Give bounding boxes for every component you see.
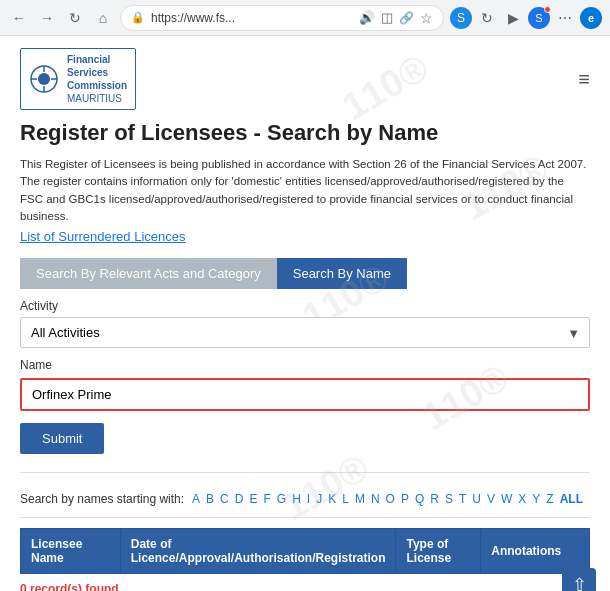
activity-select-wrapper: All Activities ▼ — [20, 317, 590, 348]
translate-icon: 🔗 — [399, 11, 414, 25]
alpha-B[interactable]: B — [204, 491, 216, 507]
edge-icon: e — [580, 7, 602, 29]
alphabet-row: Search by names starting with: A B C D E… — [20, 491, 590, 507]
hamburger-menu[interactable]: ≡ — [578, 68, 590, 91]
alpha-N[interactable]: N — [369, 491, 382, 507]
alpha-W[interactable]: W — [499, 491, 514, 507]
col-date: Date of Licence/Approval/Authorisation/R… — [120, 529, 396, 574]
surrendered-licences-link[interactable]: List of Surrendered Licences — [20, 229, 185, 244]
star-icon[interactable]: ☆ — [420, 10, 433, 26]
more-menu-button[interactable]: ⋯ — [554, 7, 576, 29]
user-avatar[interactable]: S — [528, 7, 550, 29]
alpha-H[interactable]: H — [290, 491, 303, 507]
alpha-A[interactable]: A — [190, 491, 202, 507]
tab-relevant-acts[interactable]: Search By Relevant Acts and Category — [20, 258, 277, 289]
fsc-logo-icon — [29, 64, 59, 94]
activity-select[interactable]: All Activities — [20, 317, 590, 348]
alpha-M[interactable]: M — [353, 491, 367, 507]
divider-2 — [20, 517, 590, 518]
alpha-C[interactable]: C — [218, 491, 231, 507]
alpha-O[interactable]: O — [384, 491, 397, 507]
alpha-Y[interactable]: Y — [530, 491, 542, 507]
name-input[interactable] — [20, 378, 590, 411]
forward-button[interactable]: → — [36, 7, 58, 29]
alpha-I[interactable]: I — [305, 491, 312, 507]
alpha-G[interactable]: G — [275, 491, 288, 507]
split-screen-icon: ◫ — [381, 10, 393, 25]
cast-icon[interactable]: ▶ — [502, 7, 524, 29]
divider-1 — [20, 472, 590, 473]
page-content: 110® 110® 110® 110® 110® Financial Servi… — [0, 36, 610, 591]
alpha-V[interactable]: V — [485, 491, 497, 507]
tab-buttons: Search By Relevant Acts and Category Sea… — [20, 258, 590, 289]
url-text: https://www.fs... — [151, 11, 353, 25]
extension-button[interactable]: S — [450, 7, 472, 29]
alpha-U[interactable]: U — [470, 491, 483, 507]
alphabet-prefix-label: Search by names starting with: — [20, 492, 184, 506]
reload-button[interactable]: ↻ — [64, 7, 86, 29]
alpha-ALL[interactable]: ALL — [558, 491, 585, 507]
col-type: Type of License — [396, 529, 481, 574]
results-table: Licensee Name Date of Licence/Approval/A… — [20, 528, 590, 574]
alpha-X[interactable]: X — [516, 491, 528, 507]
table-header-row: Licensee Name Date of Licence/Approval/A… — [21, 529, 590, 574]
col-annotations: Annotations — [481, 529, 590, 574]
svg-point-1 — [38, 73, 50, 85]
submit-button[interactable]: Submit — [20, 423, 104, 454]
tab-search-by-name[interactable]: Search By Name — [277, 258, 407, 289]
back-button[interactable]: ← — [8, 7, 30, 29]
browser-chrome: ← → ↻ ⌂ 🔒 https://www.fs... 🔊 ◫ 🔗 ☆ S ↻ … — [0, 0, 610, 36]
alpha-Q[interactable]: Q — [413, 491, 426, 507]
alpha-F[interactable]: F — [261, 491, 272, 507]
alpha-R[interactable]: R — [428, 491, 441, 507]
refresh-icon[interactable]: ↻ — [476, 7, 498, 29]
logo-box: Financial Services Commission MAURITIUS — [20, 48, 136, 110]
activity-label: Activity — [20, 299, 590, 313]
alpha-E[interactable]: E — [247, 491, 259, 507]
alpha-P[interactable]: P — [399, 491, 411, 507]
notification-dot — [544, 6, 551, 13]
lock-icon: 🔒 — [131, 11, 145, 24]
address-bar[interactable]: 🔒 https://www.fs... 🔊 ◫ 🔗 ☆ — [120, 5, 444, 31]
page-title: Register of Licensees - Search by Name — [20, 120, 590, 146]
read-aloud-icon: 🔊 — [359, 10, 375, 25]
col-licensee-name: Licensee Name — [21, 529, 121, 574]
scroll-to-top-button[interactable]: ⇧ — [562, 568, 596, 591]
home-button[interactable]: ⌂ — [92, 7, 114, 29]
alpha-Z[interactable]: Z — [544, 491, 555, 507]
alpha-D[interactable]: D — [233, 491, 246, 507]
alpha-T[interactable]: T — [457, 491, 468, 507]
logo-text: Financial Services Commission MAURITIUS — [67, 53, 127, 105]
header-logo: Financial Services Commission MAURITIUS … — [20, 48, 590, 110]
alpha-K[interactable]: K — [326, 491, 338, 507]
alpha-J[interactable]: J — [314, 491, 324, 507]
records-found: 0 record(s) found. — [20, 582, 590, 591]
page-description: This Register of Licensees is being publ… — [20, 156, 590, 225]
alpha-S[interactable]: S — [443, 491, 455, 507]
alpha-L[interactable]: L — [340, 491, 351, 507]
name-label: Name — [20, 358, 590, 372]
browser-right-icons: S ↻ ▶ S ⋯ e — [450, 7, 602, 29]
